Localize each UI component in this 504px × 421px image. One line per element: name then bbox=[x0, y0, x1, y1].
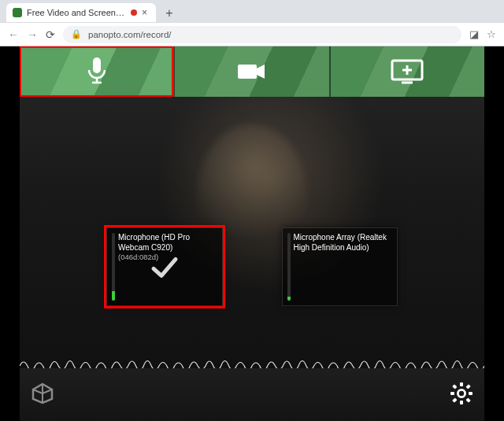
svg-rect-12 bbox=[452, 384, 457, 389]
bookmark-star-icon[interactable]: ☆ bbox=[487, 28, 496, 40]
audio-level-meter bbox=[112, 233, 115, 301]
tab-strip: Free Video and Screen Reco… × + bbox=[0, 0, 504, 22]
recording-indicator-icon bbox=[131, 9, 137, 16]
audio-device-label: Microphone Array (Realtek High Definitio… bbox=[294, 233, 391, 253]
close-tab-icon[interactable]: × bbox=[142, 8, 150, 17]
audio-level-meter bbox=[287, 233, 291, 301]
source-tab-video[interactable] bbox=[175, 46, 328, 97]
url-text: panopto.com/record/ bbox=[88, 30, 171, 39]
audio-level-fill bbox=[287, 297, 291, 301]
source-tab-audio[interactable] bbox=[20, 46, 173, 97]
microphone-icon bbox=[85, 56, 109, 87]
svg-rect-15 bbox=[465, 397, 470, 402]
audio-device-option-selected[interactable]: Microphone (HD Pro Webcam C920) (046d:08… bbox=[106, 227, 223, 306]
selected-checkmark-icon bbox=[147, 249, 182, 287]
tab-favicon bbox=[13, 8, 22, 17]
svg-rect-14 bbox=[452, 397, 457, 402]
bottom-bar bbox=[20, 368, 484, 421]
audio-level-fill bbox=[112, 291, 115, 301]
svg-rect-9 bbox=[460, 401, 463, 404]
browser-chrome: Free Video and Screen Reco… × + ← → ⟳ 🔒 … bbox=[0, 0, 504, 46]
brand-logo-icon[interactable] bbox=[31, 382, 54, 408]
url-field[interactable]: 🔒 panopto.com/record/ bbox=[63, 26, 461, 43]
audio-device-list: Microphone (HD Pro Webcam C920) (046d:08… bbox=[20, 227, 484, 306]
svg-rect-10 bbox=[450, 392, 454, 395]
page-body: Microphone (HD Pro Webcam C920) (046d:08… bbox=[0, 46, 504, 421]
source-tab-screen[interactable] bbox=[331, 46, 484, 97]
tab-title: Free Video and Screen Reco… bbox=[27, 8, 126, 17]
add-screen-icon bbox=[391, 59, 424, 84]
recorder-app: Microphone (HD Pro Webcam C920) (046d:08… bbox=[20, 46, 484, 421]
audio-device-option[interactable]: Microphone Array (Realtek High Definitio… bbox=[282, 227, 398, 306]
lock-icon: 🔒 bbox=[71, 29, 82, 39]
settings-button[interactable] bbox=[450, 382, 473, 408]
camera-icon bbox=[236, 61, 268, 82]
svg-rect-0 bbox=[93, 57, 101, 73]
svg-rect-13 bbox=[465, 384, 470, 389]
new-tab-button[interactable]: + bbox=[161, 5, 178, 22]
extensions-icon[interactable]: ◪ bbox=[469, 28, 479, 40]
svg-rect-8 bbox=[460, 382, 463, 386]
browser-tab-active[interactable]: Free Video and Screen Reco… × bbox=[6, 3, 156, 22]
address-bar: ← → ⟳ 🔒 panopto.com/record/ ◪ ☆ bbox=[0, 22, 504, 46]
forward-icon[interactable]: → bbox=[27, 28, 38, 41]
svg-rect-11 bbox=[469, 392, 472, 395]
reload-icon[interactable]: ⟳ bbox=[46, 28, 55, 41]
gear-icon bbox=[450, 382, 473, 405]
source-bar bbox=[20, 46, 484, 97]
svg-rect-3 bbox=[238, 65, 257, 79]
back-icon[interactable]: ← bbox=[8, 28, 19, 41]
